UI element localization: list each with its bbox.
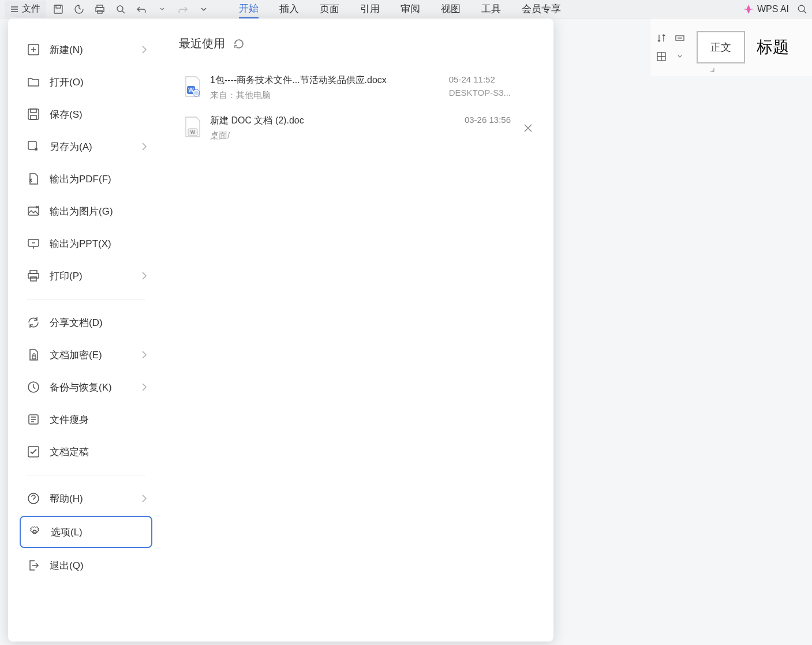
svg-rect-19 (32, 356, 36, 359)
recent-header: 最近使用 (179, 36, 538, 51)
docx-cloud-icon: W (184, 76, 202, 97)
tab-page[interactable]: 页面 (320, 0, 339, 18)
sidebar-item-options[interactable]: 选项(L) (20, 516, 152, 548)
file-menu-button[interactable]: 文件 (5, 1, 46, 17)
wps-ai-icon (743, 4, 754, 14)
sidebar-item-open[interactable]: 打开(O) (20, 67, 152, 97)
sidebar-item-pdf[interactable]: 输出为PDF(F) (20, 164, 152, 194)
save-icon[interactable] (53, 4, 63, 14)
sidebar-item-slim[interactable]: 文件瘦身 (20, 404, 152, 434)
sort-icon[interactable] (656, 33, 667, 43)
search-icon[interactable] (797, 4, 807, 14)
sidebar-item-ppt[interactable]: 输出为PPT(X) (20, 228, 152, 258)
undo-icon[interactable] (136, 4, 147, 14)
sidebar-item-label: 选项(L) (51, 526, 83, 539)
svg-rect-14 (28, 207, 39, 215)
recent-file-name: 1包----商务技术文件...节活动奖品供应.docx (210, 74, 441, 87)
saveas-icon (27, 140, 40, 153)
tab-start[interactable]: 开始 (239, 0, 259, 19)
style-title-label[interactable]: 标题 (757, 36, 789, 58)
chevron-right-icon (142, 142, 147, 151)
recent-file-time: 03-26 13:56 (465, 115, 511, 125)
save-icon (27, 107, 40, 121)
wps-ai-button[interactable]: WPS AI (743, 4, 789, 14)
quick-access-toolbar (53, 4, 209, 14)
tab-tools[interactable]: 工具 (481, 0, 501, 18)
sidebar-item-label: 帮助(H) (50, 492, 83, 505)
chevron-right-icon (142, 383, 147, 391)
file-menu-sidebar: 新建(N) 打开(O) 保存(S) 另存为(A) 输出为PDF(F) 输出为图片… (8, 18, 164, 642)
recent-file-location: DESKTOP-S3... (449, 88, 511, 97)
chevron-right-icon (142, 494, 147, 502)
sidebar-item-exit[interactable]: 退出(Q) (20, 550, 152, 580)
check-icon (27, 445, 40, 459)
recent-file-item[interactable]: W 新建 DOC 文档 (2).doc 桌面/ 03-26 13:56 (179, 108, 538, 148)
backup-icon (27, 380, 40, 394)
image-icon (27, 204, 40, 218)
style-body-label: 正文 (710, 42, 731, 53)
tab-view[interactable]: 视图 (441, 0, 461, 18)
sidebar-item-label: 文档定稿 (50, 445, 89, 459)
pdf-icon (27, 172, 40, 186)
grid-dropdown-icon[interactable] (675, 51, 685, 62)
sidebar-item-help[interactable]: 帮助(H) (20, 483, 152, 513)
chevron-right-icon (142, 46, 147, 54)
sidebar-item-label: 新建(N) (50, 43, 83, 57)
new-icon (27, 43, 40, 57)
preview-icon[interactable] (115, 4, 126, 14)
tab-insert[interactable]: 插入 (279, 0, 299, 18)
doc-icon: W (184, 116, 202, 138)
recent-title: 最近使用 (179, 36, 225, 51)
print-icon (27, 269, 40, 283)
sidebar-item-image[interactable]: 输出为图片(G) (20, 196, 152, 226)
ribbon-tabs: 开始 插入 页面 引用 审阅 视图 工具 会员专享 (239, 0, 561, 19)
lock-icon (27, 348, 40, 362)
file-menu-panel: 新建(N) 打开(O) 保存(S) 另存为(A) 输出为PDF(F) 输出为图片… (8, 18, 553, 642)
sidebar-item-label: 输出为图片(G) (50, 205, 113, 218)
redo-icon[interactable] (178, 4, 188, 14)
sidebar-item-print[interactable]: 打印(P) (20, 261, 152, 291)
divider (27, 475, 145, 475)
more-dropdown-icon[interactable] (199, 4, 209, 14)
sidebar-item-label: 退出(Q) (50, 559, 84, 572)
svg-point-6 (798, 5, 804, 12)
sidebar-item-encrypt[interactable]: 文档加密(E) (20, 340, 152, 370)
fit-icon[interactable] (675, 33, 685, 43)
toolbar-right: WPS AI (743, 4, 807, 14)
refresh-icon[interactable] (233, 38, 245, 50)
tab-member[interactable]: 会员专享 (522, 0, 561, 18)
sidebar-item-share[interactable]: 分享文档(D) (20, 308, 152, 337)
sidebar-item-label: 文档加密(E) (50, 348, 102, 362)
grid-icon[interactable] (656, 51, 667, 62)
sidebar-item-label: 保存(S) (50, 108, 83, 121)
autosave-icon[interactable] (74, 4, 84, 14)
tab-reference[interactable]: 引用 (360, 0, 380, 18)
open-icon (27, 75, 40, 89)
recent-file-meta: 来自：其他电脑 (210, 90, 441, 101)
recent-file-item[interactable]: W 1包----商务技术文件...节活动奖品供应.docx 来自：其他电脑 05… (179, 68, 538, 108)
print-icon[interactable] (95, 4, 105, 14)
style-body-box[interactable]: 正文 (697, 31, 745, 63)
sidebar-item-label: 输出为PPT(X) (50, 237, 111, 250)
svg-rect-11 (31, 109, 36, 112)
recent-files-panel: 最近使用 W 1包----商务技术文件...节活动奖品供应.docx 来自：其他… (164, 18, 553, 642)
share-icon (27, 316, 40, 329)
expand-corner-icon[interactable] (709, 67, 715, 73)
slim-icon (27, 412, 40, 426)
gear-icon (28, 525, 42, 539)
tab-review[interactable]: 审阅 (401, 0, 420, 18)
svg-rect-17 (28, 273, 39, 278)
sidebar-item-save[interactable]: 保存(S) (20, 99, 152, 129)
sidebar-item-label: 文件瘦身 (50, 413, 89, 426)
ribbon-styles-section: 正文 标题 (650, 18, 812, 76)
sidebar-item-backup[interactable]: 备份与恢复(K) (20, 372, 152, 402)
chevron-right-icon (142, 272, 147, 280)
sidebar-item-new[interactable]: 新建(N) (20, 35, 152, 65)
close-icon[interactable] (523, 123, 533, 133)
undo-dropdown-icon[interactable] (157, 4, 167, 14)
sidebar-item-saveas[interactable]: 另存为(A) (20, 132, 152, 162)
sidebar-item-finalize[interactable]: 文档定稿 (20, 437, 152, 467)
recent-file-meta: 桌面/ (210, 130, 456, 141)
file-menu-label: 文件 (22, 3, 40, 15)
sidebar-item-label: 备份与恢复(K) (50, 381, 112, 394)
